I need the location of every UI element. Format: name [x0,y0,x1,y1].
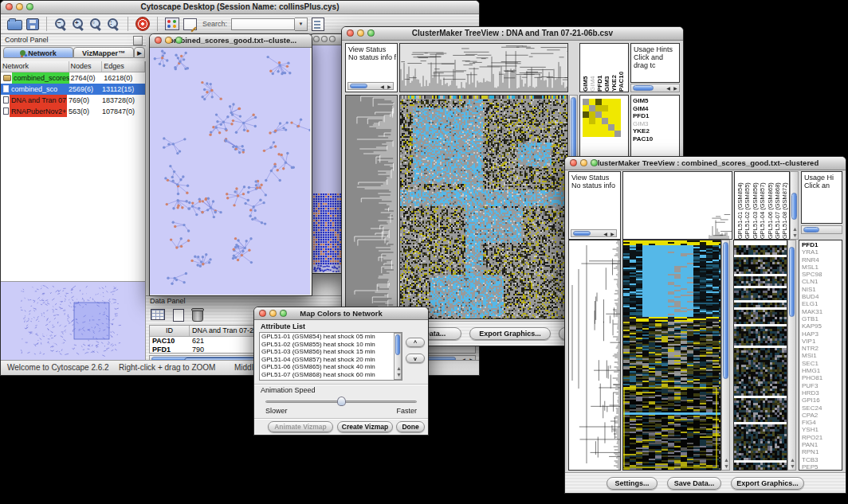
column-label[interactable]: GPL51-02 (GSM855) [744,172,751,239]
tv2-collabels-vscrollbar[interactable]: ▲ ▼ [790,171,799,240]
row-label[interactable]: PAC10 [633,135,679,143]
new-attribute-icon[interactable] [173,309,184,322]
zoom-in-icon[interactable]: + [72,18,85,31]
gene-label[interactable]: MAK31 [802,308,842,315]
gene-label[interactable]: NTR2 [802,345,842,352]
gene-label[interactable]: HRD3 [802,389,842,397]
gene-label[interactable]: HMG1 [802,367,842,374]
column-label[interactable]: GPL51-01 (GSM854) [736,172,744,239]
scroll-down-icon[interactable]: ▼ [396,371,402,379]
minimize-button[interactable] [165,37,172,44]
zoom-button[interactable] [367,29,375,37]
tab-network[interactable]: Network [3,47,73,58]
gene-label[interactable]: NIS1 [802,286,842,293]
row-label[interactable]: YKE2 [633,127,679,135]
minimize-button[interactable] [580,159,587,166]
close-button[interactable] [259,310,266,317]
gene-label[interactable]: PAN1 [802,441,842,448]
search-input[interactable] [231,18,295,30]
slider-thumb[interactable] [337,397,346,406]
save-data-button[interactable]: Save Data... [667,477,721,490]
settings-button[interactable]: Settings... [607,477,658,490]
network-overview-canvas[interactable] [1,282,145,361]
list-item[interactable]: GPL51-04 (GSM857) heat shock 20 min [260,356,402,364]
list-item[interactable]: GPL51-02 (GSM855) heat shock 10 min [260,341,402,349]
gene-label[interactable]: GTB1 [802,315,842,322]
scroll-right-icon[interactable]: ▶ [609,231,616,237]
gene-label[interactable]: TCB3 [802,456,842,463]
zoom-out-icon[interactable]: − [54,18,68,31]
delete-attribute-icon[interactable] [192,310,203,322]
column-label[interactable]: GPL51-03 (GSM856) [752,172,759,239]
network-graph-canvas[interactable] [150,48,310,295]
tv2-column-labels[interactable]: GPL51-01 (GSM854)GPL51-02 (GSM855)GPL51-… [734,171,790,240]
gene-label[interactable]: BUD4 [802,293,842,300]
zoom-selected-icon[interactable]: ▫ [89,18,103,31]
tv2-gene-labels[interactable]: PFD1YRA1RNR4MSL1SPC98CLN1NIS1BUD4ELG1MAK… [799,240,842,471]
scroll-up-icon[interactable]: ▲ [790,457,795,463]
tv1-column-labels[interactable]: GIM5GIM4PFD1GIM3YKE2PAC10 [579,43,629,92]
scroll-down-icon[interactable]: ▼ [790,463,795,469]
scroll-up-icon[interactable]: ▲ [792,226,798,232]
close-button[interactable] [347,29,354,37]
network-row[interactable]: DNA and Tran 07 769(0) 183728(0) [1,95,145,106]
network2-titlebar[interactable] [311,34,344,45]
tv2-secondary-heatmap[interactable] [733,240,787,471]
import-icon[interactable] [312,18,324,31]
tab-vizmapper[interactable]: VizMapper™ [73,47,134,58]
zoom-button[interactable] [329,36,336,42]
scroll-left-icon[interactable]: ◀ [379,84,386,90]
list-item[interactable]: GPL51-03 (GSM856) heat shock 15 min [260,348,402,356]
column-label[interactable]: GPL51-04 (GSM857) [759,172,766,239]
tv2-hints-hscrollbar[interactable] [801,225,842,234]
row-label[interactable]: GIM4 [633,105,679,113]
float-panel-icon[interactable] [133,36,143,45]
export-graphics-button[interactable]: Export Graphics... [469,327,551,340]
gene-label[interactable]: RPO21 [802,434,842,441]
open-network-icon[interactable] [7,20,22,30]
scroll-down-icon[interactable]: ▼ [792,232,798,238]
column-label[interactable]: GIM5 [582,44,589,92]
gene-label[interactable]: YRA1 [802,248,842,256]
column-label[interactable]: PAC10 [618,44,625,92]
zoom-button[interactable] [175,37,183,44]
tv1-row-dendrogram[interactable] [345,95,398,319]
tv1-status-hscrollbar[interactable]: ◀ ▶ [347,82,394,90]
gene-label[interactable]: RNR4 [802,256,842,264]
gene-label[interactable]: GPI16 [802,397,842,404]
gene-label[interactable]: MSI1 [802,352,842,359]
move-up-button[interactable]: ^ [406,338,425,347]
tabs-overflow-button[interactable]: ▶ [134,47,145,58]
scroll-left-icon[interactable]: ◀ [602,231,609,237]
list-item[interactable]: GPL51-07 (GSM868) heat shock 60 min [260,371,402,379]
column-label[interactable]: YKE2 [610,44,618,92]
gene-label[interactable]: CPA2 [802,412,842,419]
tv2-heatmap[interactable] [622,240,721,471]
tv2-secondary-vscrollbar[interactable]: ▲ ▼ [787,240,796,471]
zoom-button[interactable] [26,3,33,10]
treeview1-titlebar[interactable]: ClusterMaker TreeView : DNA and Tran 07-… [342,27,683,41]
gene-label[interactable]: PUF3 [802,382,842,389]
scroll-left-icon[interactable]: ◀ [665,85,672,92]
gene-label[interactable]: MSL1 [802,264,842,271]
gene-label[interactable]: VIP1 [802,338,842,345]
gene-label[interactable]: ELG1 [802,300,842,307]
help-icon[interactable] [135,17,150,31]
tv2-status-hscrollbar[interactable]: ◀ ▶ [571,229,617,237]
tv1-column-dendrogram[interactable] [399,43,568,92]
list-item[interactable]: GPL51-06 (GSM865) heat shock 40 min [260,363,402,371]
column-label[interactable]: GIM3 [603,44,610,92]
scroll-down-icon[interactable]: ▼ [724,463,729,469]
gene-label[interactable]: CLN1 [802,278,842,285]
animate-vizmap-button[interactable]: Animate Vizmap [268,421,333,432]
dense-network-canvas[interactable] [311,45,343,272]
gene-label[interactable]: PFD1 [802,241,842,248]
network-row[interactable]: combined_sco 2569(6) 13112(15) [1,84,145,95]
gene-label[interactable]: PHO81 [802,374,842,381]
move-down-button[interactable]: v [406,354,425,363]
gene-label[interactable]: YSH1 [802,426,842,433]
gene-label[interactable]: SEC24 [802,404,842,412]
treeview2-titlebar[interactable]: ClusterMaker TreeView : combined_scores_… [565,157,846,170]
gene-label[interactable]: SEC1 [802,360,842,367]
tv2-heatmap-vscrollbar[interactable]: ▲ ▼ [721,240,730,471]
